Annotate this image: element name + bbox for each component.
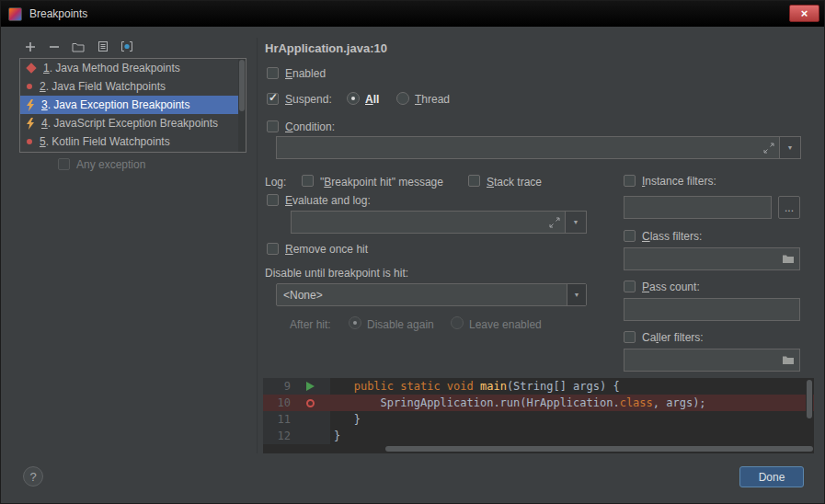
stack-trace-label[interactable]: Stack trace [487,176,542,189]
method-breakpoint-icon [26,63,36,73]
leave-enabled-label[interactable]: Leave enabled [469,318,542,331]
breakpoints-dialog: Breakpoints × 1. Java Method Breakpoints… [0,0,825,504]
suspend-checkbox[interactable] [267,93,279,105]
done-button[interactable]: Done [739,466,804,487]
remove-once-hit-label[interactable]: Remove once hit [285,243,368,256]
breakpoint-icon[interactable] [306,399,315,407]
disable-again-label[interactable]: Disable again [367,318,434,331]
combobox-arrow-icon[interactable]: ▼ [567,284,586,305]
condition-checkbox[interactable] [267,120,279,132]
evaluate-history-button[interactable]: ▼ [565,212,586,233]
editor-horizontal-scrollbar-thumb[interactable] [385,446,813,452]
caller-filters-label[interactable]: Caller filters: [642,331,704,344]
window-title: Breakpoints [29,7,87,20]
evaluate-and-log-label[interactable]: Evaluate and log: [285,194,371,207]
class-filters-field[interactable] [624,247,800,270]
panel-splitter[interactable] [257,38,258,453]
log-message-label[interactable]: "Breakpoint hit" message [320,176,443,189]
disable-until-label: Disable until breakpoint is hit: [265,267,408,280]
expand-editor-icon[interactable] [549,217,560,228]
expand-editor-icon[interactable] [763,143,774,154]
editor-line: 9 public static void main(String[] args)… [263,378,814,395]
list-item-kotlin-field-watchpoints[interactable]: 5. Kotlin Field Watchpoints [20,132,238,151]
remove-icon[interactable] [47,40,62,54]
group-by-class-icon[interactable] [120,39,134,53]
editor-gutter[interactable]: 12 [263,428,330,444]
code-text: public static void main(String[] args) { [330,380,620,393]
disable-until-value: <None> [277,289,567,302]
instance-filters-checkbox[interactable] [624,175,636,187]
line-number: 11 [263,413,291,426]
group-by-file-icon[interactable] [96,39,110,53]
caller-filters-checkbox[interactable] [624,331,636,343]
editor-gutter[interactable]: 10 [263,395,330,411]
editor-gutter[interactable]: 11 [263,411,330,428]
condition-field[interactable]: ▼ [276,136,801,159]
exception-breakpoint-icon [26,99,35,111]
list-item-label: 5. Kotlin Field Watchpoints [40,135,170,148]
leave-enabled-radio[interactable] [451,316,464,329]
disable-until-combobox[interactable]: <None> ▼ [276,283,587,306]
log-message-checkbox[interactable] [302,175,314,187]
group-by-package-icon[interactable] [71,40,86,54]
list-item-label: 4. JavaScript Exception Breakpoints [41,117,218,130]
editor-gutter[interactable]: 9 [263,378,330,395]
exception-breakpoint-icon [26,118,35,130]
breakpoint-header: HrApplication.java:10 [265,41,387,55]
list-item-java-field-watchpoints[interactable]: 2. Java Field Watchpoints [20,77,238,96]
editor-horizontal-scrollbar[interactable] [330,445,803,452]
editor-lines: 9 public static void main(String[] args)… [263,378,814,444]
evaluate-and-log-field[interactable]: ▼ [291,211,587,234]
suspend-all-radio[interactable] [347,92,360,105]
stack-trace-checkbox[interactable] [468,175,480,187]
any-exception-checkbox[interactable] [58,158,70,170]
class-filters-label[interactable]: Class filters: [642,230,702,243]
code-text: } [330,413,361,426]
any-exception-label[interactable]: Any exception [76,158,145,171]
suspend-label[interactable]: Suspend: [285,93,332,106]
list-item-label: 1. Java Method Breakpoints [43,62,180,74]
after-hit-label: After hit: [290,318,331,331]
condition-label[interactable]: Condition: [285,120,335,133]
list-item-java-method-breakpoints[interactable]: 1. Java Method Breakpoints [20,59,238,77]
instance-filters-more-button[interactable]: ... [778,196,800,219]
caller-filters-field[interactable] [624,349,800,372]
suspend-thread-label[interactable]: Thread [415,93,450,106]
instance-filters-label[interactable]: Instance filters: [642,175,716,188]
enabled-label[interactable]: Enabled [285,67,326,80]
condition-history-button[interactable]: ▼ [779,137,800,158]
help-button[interactable]: ? [23,466,43,487]
browse-folder-icon[interactable] [782,254,795,264]
class-filters-checkbox[interactable] [624,230,636,242]
execution-arrow-icon[interactable] [306,382,315,391]
disable-again-radio[interactable] [349,316,361,329]
pass-count-label[interactable]: Pass count: [642,281,700,293]
list-item-label: 3. Java Exception Breakpoints [41,98,189,111]
field-watchpoint-icon [27,84,32,89]
editor-vertical-scrollbar[interactable] [806,379,813,444]
intellij-logo-icon [8,7,22,21]
titlebar[interactable]: Breakpoints × [1,1,824,27]
list-item-label: 2. Java Field Watchpoints [40,80,166,93]
pass-count-checkbox[interactable] [624,281,636,292]
line-number: 9 [263,380,291,393]
pass-count-field[interactable] [624,298,800,321]
code-preview-editor[interactable]: 9 public static void main(String[] args)… [263,378,814,453]
evaluate-and-log-checkbox[interactable] [267,194,279,206]
editor-vertical-scrollbar-thumb[interactable] [807,380,812,418]
browse-folder-icon[interactable] [782,355,795,365]
suspend-thread-radio[interactable] [396,92,409,105]
suspend-all-label[interactable]: All [365,93,379,106]
list-scrollbar-thumb[interactable] [239,60,245,111]
editor-line: 11 } [263,411,814,428]
list-item-java-exception-breakpoints[interactable]: 3. Java Exception Breakpoints [20,96,238,114]
code-text: SpringApplication.run(HrApplication.clas… [330,396,706,409]
instance-filters-field[interactable] [624,196,772,219]
log-label: Log: [265,176,286,189]
list-scrollbar[interactable] [238,59,246,152]
list-item-javascript-exception-breakpoints[interactable]: 4. JavaScript Exception Breakpoints [20,114,238,132]
remove-once-hit-checkbox[interactable] [267,243,279,255]
close-button[interactable]: × [789,5,819,22]
add-icon[interactable] [23,40,38,54]
enabled-checkbox[interactable] [267,67,279,79]
